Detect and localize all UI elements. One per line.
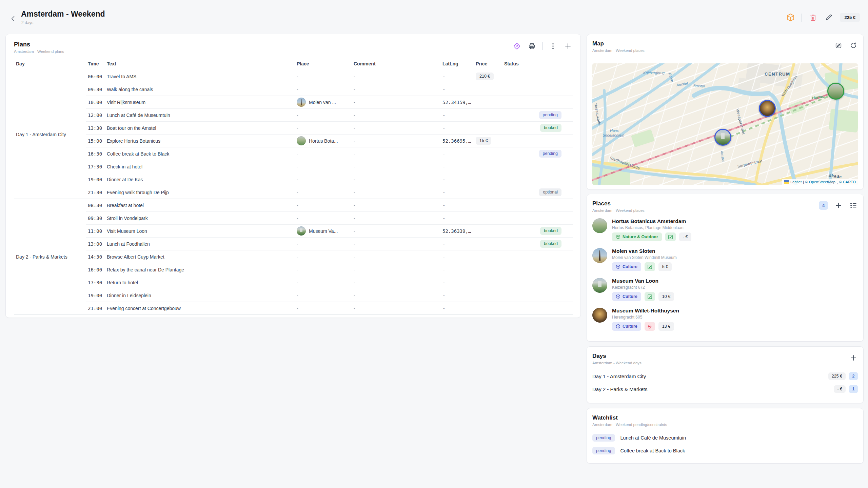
plan-row[interactable]: 12:00Lunch at Café de Museumtuin---pendi… [14, 109, 573, 122]
plan-latlng: - [440, 147, 474, 160]
map-place-marker[interactable] [827, 83, 844, 100]
plan-row[interactable]: 09:30Stroll in Vondelpark--- [14, 212, 573, 225]
day-label: Day 1 - Amsterdam City [592, 373, 646, 379]
plan-place: - [295, 173, 352, 186]
plan-row[interactable]: Day 1 - Amsterdam City06:00Travel to AMS… [14, 70, 573, 83]
empty-dash: - [354, 113, 355, 118]
day-count-badge: 1 [849, 385, 858, 393]
plan-place-content: Hortus Bota... [297, 136, 350, 145]
plan-row[interactable]: 15:00Explore Hortus BotanicusHortus Bota… [14, 135, 573, 147]
map-place-marker[interactable] [759, 100, 776, 117]
plan-day-label: Day 1 - Amsterdam City [14, 70, 86, 199]
place-list-item[interactable]: Museum Van LoonKeizersgracht 672Culture1… [587, 274, 863, 304]
plan-latlng: - [440, 186, 474, 199]
checklist-icon[interactable] [849, 201, 858, 210]
plan-text: Travel to AMS [105, 70, 295, 83]
col-day: Day [14, 57, 86, 70]
plan-status [502, 276, 573, 289]
plan-price [474, 225, 502, 238]
empty-dash: - [354, 306, 355, 311]
plan-place: - [295, 147, 352, 160]
plan-row[interactable]: 19:00Dinner at De Kas--- [14, 173, 573, 186]
plan-row[interactable]: 10:00Visit RijksmuseumMolen van ...-52.3… [14, 96, 573, 109]
place-avatar [592, 308, 607, 323]
empty-dash: - [442, 267, 445, 272]
add-plan-button[interactable] [564, 42, 572, 50]
place-address: Herengracht 605 [612, 315, 679, 320]
place-chips: Nature & Outdoor- € [612, 232, 691, 241]
watchlist-item[interactable]: pendingLunch at Café de Museumtuin [587, 431, 863, 444]
place-list-item[interactable]: Museum Willet-HolthuysenHerengracht 605C… [587, 304, 863, 334]
plan-row[interactable]: 14:30Browse Albert Cuyp Market--- [14, 250, 573, 263]
edit-icon[interactable] [824, 13, 833, 22]
plan-time: 19:00 [86, 173, 105, 186]
plan-comment: - [352, 225, 440, 238]
osm-link[interactable]: © OpenStreetMap [805, 180, 835, 184]
plan-row[interactable]: 21:00Evening concert at Concertgebouw--- [14, 302, 573, 315]
map-place-marker[interactable] [714, 129, 731, 146]
place-list-item[interactable]: Hortus Botanicus AmsterdamHortus Botanic… [587, 215, 863, 244]
empty-dash: - [354, 74, 355, 79]
plan-status: pending [502, 109, 573, 122]
plan-price [474, 83, 502, 96]
place-info: Hortus Botanicus AmsterdamHortus Botanic… [612, 218, 691, 241]
empty-dash: - [354, 177, 355, 182]
add-day-button[interactable] [849, 353, 858, 362]
place-name: Museum Van Loon [612, 278, 674, 284]
empty-dash: - [354, 203, 355, 208]
watchlist-item[interactable]: pendingCoffee break at Back to Black [587, 444, 863, 457]
package-icon[interactable] [786, 13, 795, 22]
plan-status [502, 289, 573, 302]
plan-row[interactable]: 16:30Coffee break at Back to Black---pen… [14, 147, 573, 160]
plan-row[interactable]: 16:00Relax by the canal near De Plantage… [14, 263, 573, 276]
plan-price [474, 147, 502, 160]
cube-icon [616, 264, 620, 269]
watchlist-text: Lunch at Café de Museumtuin [620, 435, 686, 441]
trash-icon[interactable] [809, 13, 817, 22]
plan-time: 21:00 [86, 302, 105, 315]
plan-comment: - [352, 173, 440, 186]
carto-link[interactable]: © CARTO [839, 180, 856, 184]
place-list-item[interactable]: Molen van SlotenMolen van Sloten Windmil… [587, 244, 863, 274]
place-price-chip: 5 € [658, 262, 672, 271]
fullscreen-icon[interactable] [834, 41, 843, 50]
map-card: Map Amsterdam - Weekend places [587, 34, 864, 190]
empty-dash: - [442, 74, 445, 79]
plan-row[interactable]: 17:30Check-in at hotel--- [14, 160, 573, 173]
plan-row[interactable]: 09:30Walk along the canals--- [14, 83, 573, 96]
plan-row[interactable]: 17:30Return to hotel--- [14, 276, 573, 289]
col-latlng: LatLng [440, 57, 474, 70]
empty-dash: - [442, 306, 445, 311]
day-list-item[interactable]: Day 1 - Amsterdam City225 €2 [587, 370, 863, 383]
plan-row[interactable]: 13:30Boat tour on the Amstel---booked [14, 122, 573, 135]
route-icon[interactable] [512, 42, 521, 50]
empty-dash: - [354, 293, 355, 298]
day-list-item[interactable]: Day 2 - Parks & Markets- €1 [587, 383, 863, 395]
plan-time: 17:30 [86, 160, 105, 173]
plan-price [474, 160, 502, 173]
plan-status: booked [502, 122, 573, 135]
map-canvas[interactable]: KrijtbergbrugRokinAmstelAmstelCENTRUMWat… [592, 63, 858, 185]
plan-place: - [295, 250, 352, 263]
print-icon[interactable] [527, 42, 536, 50]
empty-dash: - [297, 216, 298, 221]
add-place-button[interactable] [834, 201, 843, 210]
empty-dash: - [297, 87, 298, 92]
plan-comment: - [352, 276, 440, 289]
empty-dash: - [297, 164, 298, 169]
plan-place: - [295, 276, 352, 289]
plan-time: 19:00 [86, 289, 105, 302]
back-button[interactable] [8, 14, 18, 24]
plan-row[interactable]: Day 2 - Parks & Markets08:30Breakfast at… [14, 199, 573, 212]
leaflet-link[interactable]: Leaflet [790, 180, 802, 184]
empty-dash: - [442, 164, 445, 169]
kebab-menu-icon[interactable] [549, 42, 557, 50]
plan-row[interactable]: 13:00Lunch at Foodhallen---booked [14, 238, 573, 250]
plan-row[interactable]: 19:00Dinner in Leidseplein--- [14, 289, 573, 302]
refresh-icon[interactable] [849, 41, 858, 50]
visited-check-chip [665, 232, 676, 241]
plan-text: Boat tour on the Amstel [105, 122, 295, 135]
plan-row[interactable]: 11:00Visit Museum LoonMuseum Va...-52.36… [14, 225, 573, 238]
plan-row[interactable]: 21:30Evening walk through De Pijp---opti… [14, 186, 573, 199]
plan-price [474, 263, 502, 276]
